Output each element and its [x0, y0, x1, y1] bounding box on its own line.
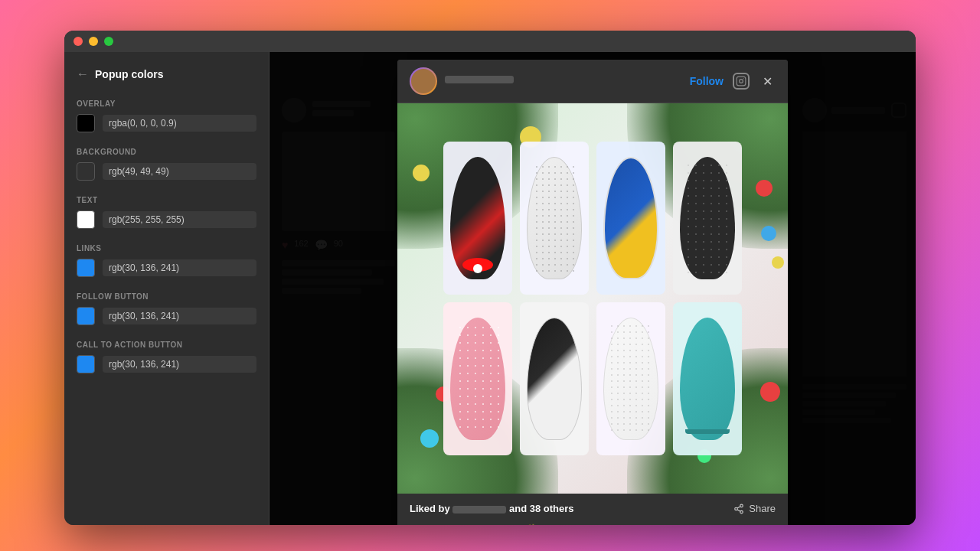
popup-overlay: Follow ✕ — [270, 52, 916, 525]
text-value[interactable]: rgb(255, 255, 255) — [103, 211, 256, 228]
shoe-item-1 — [443, 142, 512, 295]
popup-username-bar — [445, 76, 514, 83]
shoe-item-3 — [596, 142, 665, 295]
shoe-item-6 — [520, 302, 589, 455]
links-label: LINKS — [77, 244, 256, 253]
instagram-popup: Follow ✕ — [397, 60, 788, 525]
svg-point-5 — [740, 510, 743, 514]
caption-text: MICKEY!!!! I know HIM!!!! ✨ Santa decide… — [410, 522, 776, 525]
main-content: ♥ 162 💬 90 — [270, 52, 916, 525]
shoe-item-4 — [673, 142, 742, 295]
close-button[interactable]: ✕ — [759, 73, 776, 90]
popup-avatar-inner — [411, 69, 436, 93]
svg-point-2 — [743, 78, 744, 79]
shoes-grid — [443, 142, 742, 455]
panel-title: Popup colors — [95, 68, 163, 80]
overlay-value[interactable]: rgba(0, 0, 0, 0.9) — [103, 115, 256, 132]
overlay-swatch[interactable] — [77, 114, 95, 132]
popup-header: Follow ✕ — [397, 60, 788, 103]
close-traffic-light[interactable] — [74, 37, 83, 46]
svg-rect-0 — [737, 77, 746, 86]
cta-button-row: rgb(30, 136, 241) — [77, 355, 256, 373]
popup-header-right: Follow ✕ — [690, 73, 776, 90]
follow-button-swatch[interactable] — [77, 307, 95, 325]
follow-button-value[interactable]: rgb(30, 136, 241) — [103, 308, 256, 324]
text-row: rgb(255, 255, 255) — [77, 210, 256, 229]
follow-button-label: FOLLOW BUTTON — [77, 292, 256, 301]
back-button[interactable]: ← — [77, 67, 89, 81]
title-bar — [64, 31, 916, 52]
svg-point-3 — [740, 504, 743, 507]
background-swatch[interactable] — [77, 162, 95, 181]
svg-point-4 — [735, 507, 738, 510]
overlay-row: rgba(0, 0, 0, 0.9) — [77, 114, 256, 132]
background-label: BACKGROUND — [77, 148, 256, 156]
share-button[interactable]: Share — [733, 503, 776, 514]
minimize-traffic-light[interactable] — [89, 37, 98, 46]
follow-button-section: FOLLOW BUTTON rgb(30, 136, 241) — [77, 292, 256, 325]
text-section: TEXT rgb(255, 255, 255) — [77, 196, 256, 229]
overlay-section: OVERLAY rgba(0, 0, 0, 0.9) — [77, 99, 256, 132]
text-swatch[interactable] — [77, 210, 95, 229]
popup-avatar — [410, 67, 437, 95]
cta-button-section: CALL TO ACTION BUTTON rgb(30, 136, 241) — [77, 341, 256, 373]
follow-button[interactable]: Follow — [690, 75, 724, 87]
liked-text: Liked by and 38 others — [410, 503, 574, 514]
svg-line-7 — [737, 506, 740, 507]
shoe-item-7 — [596, 302, 665, 455]
maximize-traffic-light[interactable] — [104, 37, 113, 46]
popup-image — [397, 103, 788, 494]
follow-button-row: rgb(30, 136, 241) — [77, 307, 256, 325]
background-value[interactable]: rgb(49, 49, 49) — [103, 163, 256, 180]
liked-username-bar — [452, 506, 506, 514]
cta-button-value[interactable]: rgb(30, 136, 241) — [103, 356, 256, 373]
cta-button-label: CALL TO ACTION BUTTON — [77, 341, 256, 349]
shoe-item-2 — [520, 142, 589, 295]
panel-header: ← Popup colors — [77, 67, 256, 81]
text-label: TEXT — [77, 196, 256, 204]
instagram-icon[interactable] — [733, 73, 750, 90]
shoe-item-8 — [673, 302, 742, 455]
cta-button-swatch[interactable] — [77, 355, 95, 373]
background-row: rgb(49, 49, 49) — [77, 162, 256, 181]
popup-footer: Liked by and 38 others — [397, 494, 788, 525]
svg-line-6 — [737, 509, 740, 510]
left-panel: ← Popup colors OVERLAY rgba(0, 0, 0, 0.9… — [64, 52, 270, 525]
liked-row: Liked by and 38 others — [410, 500, 776, 517]
links-swatch[interactable] — [77, 259, 95, 277]
popup-user — [410, 67, 514, 95]
popup-username-area — [445, 76, 514, 86]
background-section: BACKGROUND rgb(49, 49, 49) — [77, 148, 256, 181]
overlay-label: OVERLAY — [77, 99, 256, 108]
shoe-item-5 — [443, 302, 512, 455]
links-value[interactable]: rgb(30, 136, 241) — [103, 259, 256, 276]
links-section: LINKS rgb(30, 136, 241) — [77, 244, 256, 277]
app-window: ← Popup colors OVERLAY rgba(0, 0, 0, 0.9… — [64, 31, 916, 525]
links-row: rgb(30, 136, 241) — [77, 259, 256, 277]
svg-point-1 — [740, 80, 743, 83]
